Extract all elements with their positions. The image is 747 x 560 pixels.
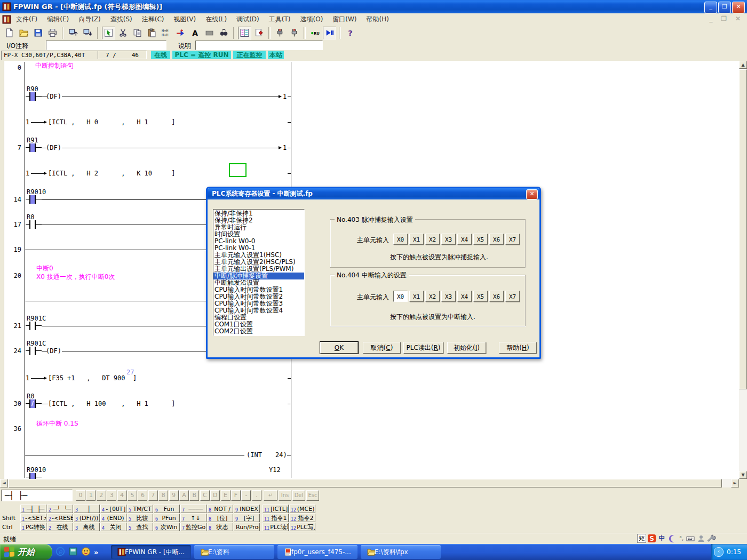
input-x7-button[interactable]: X7 — [505, 291, 520, 302]
open-folder-button[interactable] — [17, 27, 30, 39]
menu-编辑E[interactable]: 编辑(E) — [42, 14, 74, 25]
paste-button[interactable] — [145, 27, 158, 39]
fkey-ctrl-1[interactable]: 1PG转换 — [20, 523, 46, 531]
fkey-1[interactable]: 1─┤ ├─ — [20, 505, 46, 513]
fkey-shift-8[interactable]: 8[位] — [207, 514, 233, 522]
dialog-close-button[interactable]: ✕ — [526, 189, 538, 199]
ie-quicklaunch-icon[interactable]: e — [55, 547, 65, 558]
fkey-ctrl-2[interactable]: 2在线 — [47, 523, 73, 531]
contact[interactable] — [26, 143, 42, 152]
menu-在线L[interactable]: 在线(L) — [201, 14, 232, 25]
taskbar-task-2[interactable]: E:\资料 — [194, 545, 274, 559]
scroll-right-button[interactable]: ► — [731, 479, 739, 487]
fkey-ctrl-3[interactable]: 3离线 — [74, 523, 100, 531]
plug-offline-button[interactable] — [288, 27, 301, 39]
monitor-ladder-button[interactable] — [238, 27, 251, 39]
moon-tray-icon[interactable] — [668, 534, 677, 543]
restore-button[interactable]: ❐ — [718, 2, 731, 13]
dot-tray-icon[interactable]: °, — [679, 534, 684, 543]
new-file-button[interactable] — [3, 27, 16, 39]
plug-online-button[interactable] — [273, 27, 287, 39]
fkey-ctrl-4[interactable]: 4关闭 — [100, 523, 126, 531]
menu-文件F[interactable]: 文件(F) — [11, 14, 42, 25]
taskbar-task-4[interactable]: E:\资料\fpx — [361, 545, 441, 559]
app-quicklaunch-icon[interactable] — [68, 547, 78, 558]
fkey-ctrl-6[interactable]: 6次Win — [154, 523, 180, 531]
fkey-shift-5[interactable]: 5比较 — [127, 514, 153, 522]
menu-工具T[interactable]: 工具(T) — [264, 14, 296, 25]
input-x4-button[interactable]: X4 — [457, 291, 472, 302]
input-x7-button[interactable]: X7 — [505, 234, 520, 245]
input-x1-button[interactable]: X1 — [409, 291, 424, 302]
cancel-button[interactable]: 取消(C) — [363, 342, 401, 354]
input-x2-button[interactable]: X2 — [425, 234, 440, 245]
menu-视图V[interactable]: 视图(V) — [169, 14, 201, 25]
input-x3-button[interactable]: X3 — [441, 234, 456, 245]
print-button[interactable] — [46, 27, 59, 39]
contact[interactable] — [26, 220, 42, 229]
input-x3-button[interactable]: X3 — [441, 291, 456, 302]
cut-button[interactable] — [116, 27, 130, 39]
menu-查找S[interactable]: 查找(S) — [106, 14, 137, 25]
fkey-shift-12[interactable]: 12指令2 — [289, 514, 315, 522]
sogou-tray-icon[interactable]: S — [648, 534, 656, 542]
fkey-ctrl-12[interactable]: 12PLC写入 — [289, 523, 315, 531]
hex-key-E[interactable]: E — [221, 490, 231, 501]
fkey-4[interactable]: 4-[OUT] — [100, 505, 126, 513]
fkey-5[interactable]: 5TM/CT — [127, 505, 153, 513]
quicklaunch-chevron[interactable]: » — [94, 548, 98, 556]
menu-窗口W[interactable]: 窗口(W) — [328, 14, 361, 25]
hex-key-2[interactable]: 2 — [97, 490, 106, 501]
menu-帮助H[interactable]: 帮助(H) — [362, 14, 394, 25]
ok-button[interactable]: OK — [320, 342, 358, 354]
fkey-shift-11[interactable]: 11指令1 — [263, 514, 289, 522]
fkey-8[interactable]: 8NOT / — [207, 505, 233, 513]
hex-key-1[interactable]: 1 — [86, 490, 96, 501]
io-comment-input[interactable] — [46, 41, 166, 50]
contact[interactable] — [26, 92, 42, 101]
scroll-left-button[interactable]: ◄ — [0, 479, 8, 487]
initialize-button[interactable]: 初始化(I) — [447, 342, 486, 354]
help-button[interactable]: 帮助(H) — [499, 342, 537, 354]
fkey-shift-9[interactable]: 9[字] — [234, 514, 260, 522]
input-x6-button[interactable]: X6 — [489, 234, 504, 245]
fkey-11[interactable]: 11[ICTL] — [263, 505, 289, 513]
edit-key-↵[interactable]: ↵ — [264, 490, 277, 501]
edit-cursor[interactable] — [229, 163, 247, 177]
person-tray-icon[interactable] — [696, 534, 705, 543]
input-x6-button[interactable]: X6 — [489, 291, 504, 302]
upload-button[interactable] — [67, 27, 80, 39]
fkey-shift-2[interactable]: 2-<RESET> — [47, 514, 73, 522]
fkey-12[interactable]: 12(MCE) — [289, 505, 315, 513]
ju-tray-icon[interactable]: 矩 — [637, 534, 646, 543]
input-x1-button[interactable]: X1 — [409, 234, 424, 245]
hex-key--[interactable]: - — [241, 490, 251, 501]
fkey-9[interactable]: 9INDEX — [234, 505, 260, 513]
vertical-scrollbar[interactable]: ▲ ▼ — [739, 61, 747, 479]
hex-key-C[interactable]: C — [200, 490, 210, 501]
hex-key-A[interactable]: A — [179, 490, 189, 501]
horizontal-scrollbar[interactable]: ◄ ► — [0, 479, 739, 487]
block-button[interactable] — [203, 27, 216, 39]
hex-key-4[interactable]: 4 — [117, 490, 127, 501]
input-x0-button[interactable]: X0 — [393, 291, 408, 302]
hex-key-6[interactable]: 6 — [138, 490, 147, 501]
ladder-symbols-button[interactable]: H+HH+H — [160, 27, 173, 39]
fkey-ctrl-x[interactable]: Run/Prog — [234, 523, 260, 531]
contact[interactable] — [26, 322, 42, 330]
fkey-shift-7[interactable]: 7↑↓ — [180, 514, 206, 522]
fkey-ctrl-7[interactable]: 7监控Go — [180, 523, 206, 531]
fkey-7[interactable]: 7──── — [180, 505, 206, 513]
menu-向导Z[interactable]: 向导(Z) — [74, 14, 106, 25]
menu-选项O[interactable]: 选项(O) — [296, 14, 328, 25]
jump-button[interactable] — [174, 27, 187, 39]
hex-key-8[interactable]: 8 — [158, 490, 168, 501]
hex-key-D[interactable]: D — [210, 490, 220, 501]
close-button[interactable]: ✕ — [732, 2, 745, 13]
fkey-ctrl-5[interactable]: 5查找 — [127, 523, 153, 531]
input-x4-button[interactable]: X4 — [457, 234, 472, 245]
select-mode-button[interactable] — [102, 27, 115, 39]
edit-key-del[interactable]: Del — [292, 490, 305, 501]
vertical-scroll-thumb[interactable] — [739, 69, 747, 389]
hex-key-9[interactable]: 9 — [169, 490, 179, 501]
